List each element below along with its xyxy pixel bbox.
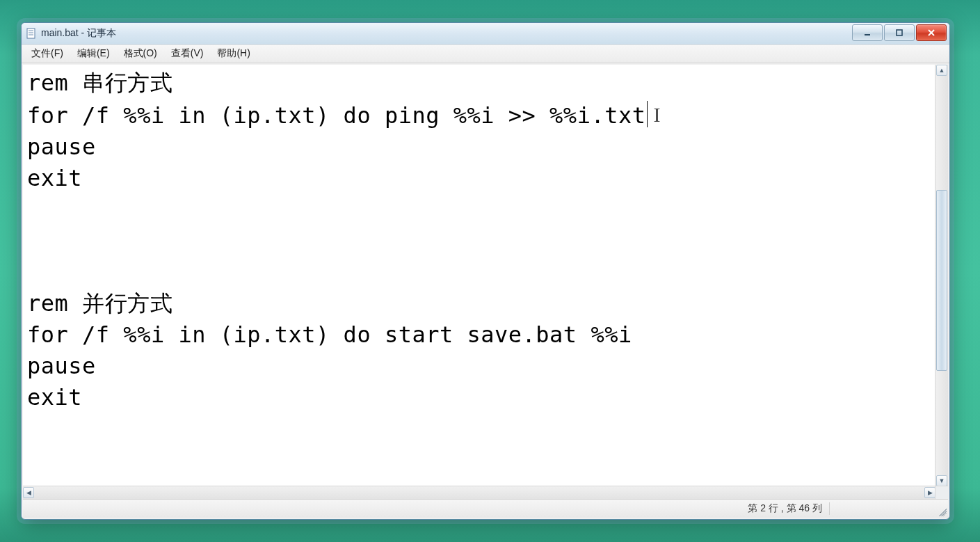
menu-format[interactable]: 格式(O) [117,46,164,61]
resize-grip-icon[interactable] [937,507,947,516]
menu-edit[interactable]: 编辑(E) [70,46,117,61]
window-title: main.bat - 记事本 [41,27,945,40]
svg-rect-5 [897,30,902,35]
maximize-button[interactable] [884,24,915,41]
notepad-icon [26,28,37,39]
svg-rect-0 [27,29,35,38]
scroll-left-arrow-icon[interactable]: ◀ [23,487,34,498]
editor-wrap: rem 串行方式 for /f %%i in (ip.txt) do ping … [23,65,948,499]
titlebar[interactable]: main.bat - 记事本 [22,23,949,45]
client-area: rem 串行方式 for /f %%i in (ip.txt) do ping … [23,65,948,518]
scroll-thumb-vertical[interactable] [936,190,947,371]
statusbar-separator [829,502,830,515]
text-editor[interactable]: rem 串行方式 for /f %%i in (ip.txt) do ping … [23,65,935,486]
scroll-corner [935,486,948,499]
notepad-window: main.bat - 记事本 文件(F) 编辑(E) 格式(O) 查看(V) 帮… [21,22,950,520]
menu-view[interactable]: 查看(V) [164,46,211,61]
statusbar: 第 2 行 , 第 46 列 [23,499,948,518]
vertical-scrollbar[interactable]: ▲ ▼ [935,65,948,486]
horizontal-scrollbar[interactable]: ◀ ▶ [23,486,935,499]
scroll-up-arrow-icon[interactable]: ▲ [936,65,947,76]
scroll-down-arrow-icon[interactable]: ▼ [936,475,947,486]
window-controls [852,24,947,41]
close-button[interactable] [916,24,947,41]
menu-help[interactable]: 帮助(H) [210,46,257,61]
minimize-button[interactable] [852,24,883,41]
menu-file[interactable]: 文件(F) [24,46,70,61]
menubar: 文件(F) 编辑(E) 格式(O) 查看(V) 帮助(H) [22,45,949,63]
scroll-right-arrow-icon[interactable]: ▶ [924,487,935,498]
status-cursor-position: 第 2 行 , 第 46 列 [748,502,822,515]
